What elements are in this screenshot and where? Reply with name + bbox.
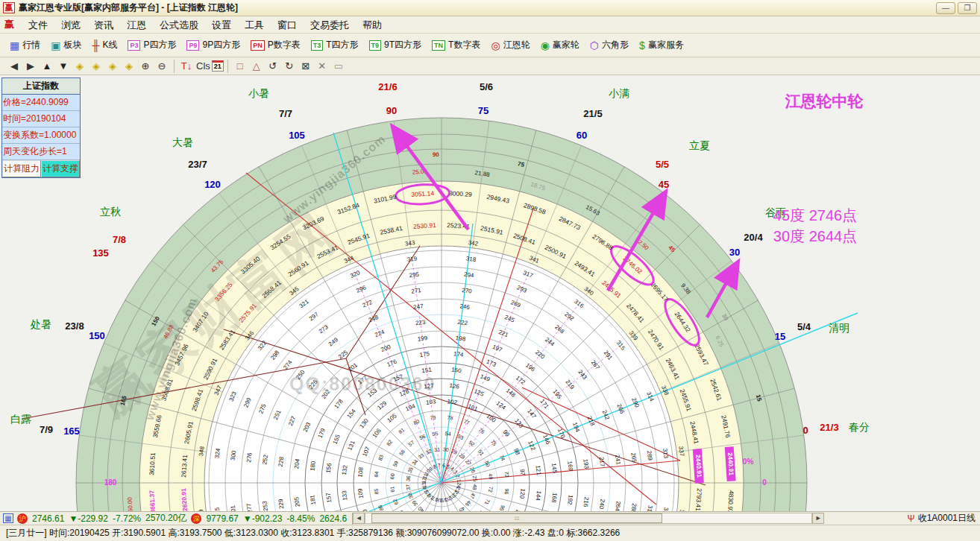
wheel-outer-label: 7/9 bbox=[40, 424, 53, 435]
svg-text:217: 217 bbox=[598, 456, 606, 467]
svg-text:324: 324 bbox=[213, 448, 222, 459]
kline-button[interactable]: ╫K线 bbox=[87, 37, 122, 54]
wheel-outer-label: 30 bbox=[729, 247, 740, 258]
t-cursor-button[interactable]: T↓ bbox=[178, 59, 195, 74]
svg-text:90: 90 bbox=[433, 151, 440, 158]
svg-text:180: 180 bbox=[104, 478, 117, 487]
pan-up-button[interactable]: ◈ bbox=[104, 59, 121, 74]
prev-button[interactable]: ▲ bbox=[39, 59, 55, 74]
svg-text:288: 288 bbox=[629, 503, 638, 511]
p-square-button[interactable]: P3P四方形 bbox=[122, 37, 181, 54]
zoom-in-button[interactable]: ⊕ bbox=[137, 59, 154, 74]
p-square-label: P四方形 bbox=[143, 39, 176, 51]
svg-text:241: 241 bbox=[614, 455, 622, 466]
svg-text:145: 145 bbox=[550, 463, 559, 474]
scroll-left-button[interactable]: ◄ bbox=[353, 513, 365, 524]
9p-square-button[interactable]: P99P四方形 bbox=[181, 37, 245, 54]
market-quotes-label: 行情 bbox=[22, 39, 40, 51]
menu-item-3[interactable]: 江恩 bbox=[120, 18, 153, 32]
cls-button[interactable]: Cls bbox=[195, 59, 212, 74]
time-value-label: 时间=20190104 bbox=[2, 111, 80, 127]
t-square-label: T四方形 bbox=[326, 39, 358, 51]
triangle-tool-button[interactable]: △ bbox=[248, 59, 265, 74]
transform-coefficient-label: 变换系数=1.00000 bbox=[2, 127, 80, 144]
scrollbar-thumb[interactable]: ⁞⁞⁞ bbox=[371, 513, 662, 523]
gann-wheel-chart: 赢家财富网www.yingjia360.comwww.yingjia360.co… bbox=[0, 75, 980, 511]
back-button[interactable]: ◀ bbox=[6, 59, 22, 74]
pan-down-button[interactable]: ◈ bbox=[121, 59, 137, 74]
wheel-outer-label: 120 bbox=[204, 179, 221, 190]
menu-item-0[interactable]: 文件 bbox=[22, 18, 54, 32]
calendar-button[interactable]: 21 bbox=[212, 60, 224, 72]
quote-grid-icon[interactable]: ▦ bbox=[3, 513, 13, 523]
svg-text:229: 229 bbox=[277, 499, 286, 510]
wheel-outer-label: 23/8 bbox=[65, 320, 84, 332]
svg-text:61: 61 bbox=[389, 486, 395, 493]
svg-text:289: 289 bbox=[646, 450, 654, 461]
forward-button[interactable]: ▶ bbox=[22, 59, 39, 74]
p-table-button[interactable]: PNP数字表 bbox=[245, 37, 306, 54]
svg-text:102: 102 bbox=[447, 398, 458, 406]
market-quotes-button[interactable]: ▦行情 bbox=[4, 37, 45, 54]
sh-index-change: ▼-229.92 bbox=[69, 513, 108, 524]
gann-wheel-icon: ◎ bbox=[491, 40, 500, 51]
svg-text:2530.91: 2530.91 bbox=[413, 221, 437, 230]
svg-text:24: 24 bbox=[456, 482, 462, 489]
wheel-outer-label: 45 bbox=[659, 179, 669, 190]
9t-square-icon: T9 bbox=[369, 40, 382, 51]
svg-text:223: 223 bbox=[415, 319, 426, 327]
menu-item-1[interactable]: 浏览 bbox=[54, 18, 87, 32]
menu-item-6[interactable]: 工具 bbox=[238, 18, 271, 32]
menu-item-4[interactable]: 公式选股 bbox=[153, 18, 205, 32]
svg-text:253: 253 bbox=[261, 500, 269, 511]
scroll-right-button[interactable]: ► bbox=[812, 513, 824, 524]
calc-resistance-button[interactable]: 计算阻力 bbox=[2, 160, 41, 177]
toolbar-separator bbox=[227, 60, 228, 73]
menu-item-2[interactable]: 资讯 bbox=[87, 18, 120, 32]
svg-text:133: 133 bbox=[341, 490, 349, 501]
winner-service-icon: $ bbox=[639, 40, 645, 51]
menu-item-8[interactable]: 交易委托 bbox=[304, 18, 356, 32]
sectors-button[interactable]: ▣板块 bbox=[45, 37, 87, 54]
hexagon-button[interactable]: ⬡六角形 bbox=[585, 37, 634, 54]
calc-support-button[interactable]: 计算支撑 bbox=[41, 160, 80, 177]
presentation-button[interactable]: ▭ bbox=[330, 59, 347, 74]
t-table-button[interactable]: TNT数字表 bbox=[427, 37, 486, 54]
svg-text:313: 313 bbox=[662, 448, 670, 459]
wheel-outer-label: 105 bbox=[289, 130, 305, 141]
svg-text:120: 120 bbox=[518, 488, 527, 499]
menu-item-5[interactable]: 设置 bbox=[205, 18, 238, 32]
next-button[interactable]: ▼ bbox=[55, 59, 72, 74]
collapse-button[interactable]: ✕ bbox=[314, 59, 330, 74]
restore-button[interactable]: ❐ bbox=[958, 2, 977, 14]
svg-text:2613.41: 2613.41 bbox=[180, 454, 189, 478]
pan-left-button[interactable]: ◈ bbox=[72, 59, 88, 74]
gann-wheel-button[interactable]: ◎江恩轮 bbox=[486, 37, 535, 54]
scrollbar-track[interactable]: ⁞⁞⁞ bbox=[365, 513, 812, 524]
wheel-outer-label: 75 bbox=[478, 105, 489, 116]
minimize-button[interactable]: — bbox=[936, 2, 955, 14]
rect-tool-button[interactable]: □ bbox=[232, 59, 248, 74]
svg-text:78: 78 bbox=[447, 415, 453, 421]
menu-item-7[interactable]: 窗口 bbox=[271, 18, 304, 32]
main-toolbar: ▦行情▣板块╫K线P3P四方形P99P四方形PNP数字表T3T四方形T99T四方… bbox=[0, 34, 980, 57]
svg-text:181: 181 bbox=[309, 494, 317, 505]
wheel-outer-label: 5/5 bbox=[656, 159, 669, 170]
pan-right-button[interactable]: ◈ bbox=[88, 59, 104, 74]
wheel-outer-label: 小满 bbox=[609, 87, 629, 99]
rotate-ccw-button[interactable]: ↺ bbox=[265, 59, 281, 74]
winner-wheel-button[interactable]: ◉赢家轮 bbox=[535, 37, 585, 54]
9t-square-button[interactable]: T99T四方形 bbox=[364, 37, 427, 54]
zoom-out-button[interactable]: ⊖ bbox=[154, 59, 170, 74]
svg-text:198: 198 bbox=[455, 335, 466, 343]
menu-item-9[interactable]: 帮助 bbox=[356, 18, 389, 32]
wheel-outer-label: 春分 bbox=[849, 421, 870, 433]
wheel-annotation: 45度 2746点 bbox=[773, 207, 857, 224]
rotate-cw-button[interactable]: ↻ bbox=[281, 59, 298, 74]
svg-text:0%: 0% bbox=[743, 458, 754, 466]
t-square-button[interactable]: T3T四方形 bbox=[306, 37, 364, 54]
box-x-button[interactable]: ⊠ bbox=[298, 59, 314, 74]
wheel-outer-label: 处暑 bbox=[30, 318, 51, 330]
drawing-toolbar: ◀▶▲▼◈◈◈◈⊕⊖T↓Cls21□△↺↻⊠✕▭ bbox=[0, 57, 980, 75]
winner-service-button[interactable]: $赢家服务 bbox=[634, 37, 689, 54]
